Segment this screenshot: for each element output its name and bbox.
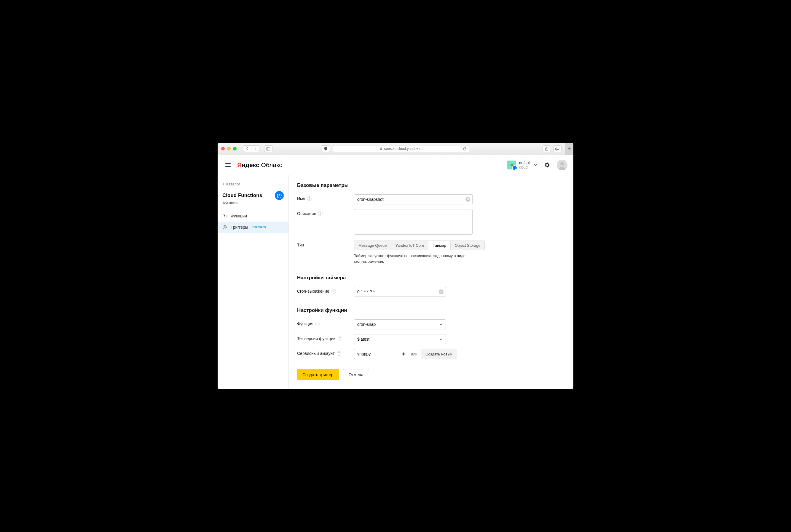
header-right: DE default cloud	[507, 160, 568, 170]
logo-y: Я	[237, 162, 242, 168]
chevron-down-icon	[439, 338, 443, 340]
window-controls	[221, 147, 237, 151]
org-switcher[interactable]: DE default cloud	[507, 160, 537, 169]
app-header: Яндекс Облако DE default cloud	[218, 155, 573, 175]
create-service-account-button[interactable]: Создать новый	[421, 349, 457, 359]
sa-value: snappy	[357, 352, 371, 356]
url-text: console.cloud.yandex.ru	[384, 147, 422, 151]
section-timer-title: Настройки таймера	[297, 275, 565, 281]
row-tag: Тег версии функции ? $latest	[297, 334, 565, 344]
address-bar-group: console.cloud.yandex.ru	[322, 145, 469, 152]
type-ctrl: Message Queue Yandex IoT Core Таймер Obj…	[354, 241, 485, 265]
tab-iot-core[interactable]: Yandex IoT Core	[391, 241, 428, 250]
address-bar[interactable]: console.cloud.yandex.ru	[333, 145, 469, 152]
service-account-select[interactable]: snappy	[354, 349, 407, 359]
description-input[interactable]	[354, 209, 473, 234]
sa-ctrl: snappy или Создать новый	[354, 349, 457, 359]
browser-window: console.cloud.yandex.ru + Яндекс Облако	[218, 143, 573, 390]
logo[interactable]: Яндекс Облако	[237, 162, 282, 169]
row-service-account: Сервисный аккаунт ? snappy или Создать н…	[297, 349, 565, 359]
clear-name-button[interactable]: ✕	[465, 197, 470, 202]
function-select[interactable]: cron-snap	[354, 319, 446, 329]
name-input[interactable]	[354, 194, 473, 204]
avatar[interactable]	[557, 160, 568, 170]
cron-input[interactable]	[354, 287, 446, 297]
name-label: Имя	[297, 196, 305, 201]
tabs-button[interactable]	[553, 146, 562, 152]
help-icon[interactable]: ?	[331, 289, 336, 293]
desc-label-wrap: Описание ?	[297, 209, 354, 216]
settings-button[interactable]	[544, 162, 550, 168]
function-label-wrap: Функция ?	[297, 319, 354, 326]
row-function: Функция ? cron-snap	[297, 319, 565, 329]
chrome-right-buttons	[542, 146, 562, 152]
tag-label: Тег версии функции	[297, 336, 336, 341]
tag-select[interactable]: $latest	[354, 334, 446, 344]
clear-cron-button[interactable]: ✕	[439, 289, 443, 294]
cron-label-wrap: Cron-выражение ?	[297, 287, 354, 293]
back-button[interactable]	[243, 146, 252, 152]
breadcrumb-back[interactable]: Каталог	[218, 181, 289, 188]
row-cron: Cron-выражение ? ✕	[297, 287, 565, 297]
preview-badge: PREVIEW	[252, 225, 266, 229]
row-name: Имя ? ✕	[297, 194, 565, 204]
sidebar-item-label: Триггеры	[231, 225, 248, 230]
menu-button[interactable]	[223, 160, 233, 169]
section-function-title: Настройки функции	[297, 307, 565, 314]
breadcrumb-label: Каталог	[226, 182, 240, 186]
svg-point-7	[560, 162, 564, 166]
tab-object-storage[interactable]: Object Storage	[450, 241, 485, 250]
sidebar-item-functions[interactable]: {ƒ} Функции	[218, 210, 289, 222]
triggers-icon	[222, 225, 227, 230]
help-icon[interactable]: ?	[338, 337, 342, 341]
org-sub: cloud	[519, 165, 531, 169]
logo-andex: ндекс	[242, 162, 259, 168]
type-label: Тип	[297, 243, 304, 247]
tag-value: $latest	[357, 337, 369, 342]
function-value: cron-snap	[357, 322, 375, 327]
org-badge-text: DE	[509, 163, 514, 167]
minimize-window-button[interactable]	[227, 147, 231, 151]
help-icon[interactable]: ?	[318, 211, 323, 216]
tag-ctrl: $latest	[354, 334, 446, 344]
section-basic-title: Базовые параметры	[297, 183, 565, 188]
new-tab-button[interactable]: +	[565, 143, 573, 155]
cancel-button[interactable]: Отмена	[343, 369, 369, 380]
privacy-button[interactable]	[322, 146, 330, 152]
maximize-window-button[interactable]	[233, 147, 237, 151]
function-label: Функция	[297, 321, 313, 326]
sa-label-wrap: Сервисный аккаунт ?	[297, 349, 354, 356]
svg-rect-0	[266, 147, 270, 150]
sidebar-item-triggers[interactable]: Триггеры PREVIEW	[218, 222, 289, 233]
share-button[interactable]	[542, 146, 551, 152]
sidebar-toggle-button[interactable]	[264, 146, 273, 152]
tab-timer[interactable]: Таймер	[428, 241, 450, 250]
svg-point-9	[223, 225, 226, 229]
forward-button[interactable]	[251, 146, 259, 152]
type-tabs: Message Queue Yandex IoT Core Таймер Obj…	[354, 241, 485, 250]
create-trigger-button[interactable]: Создать триггер	[297, 369, 339, 380]
description-label: Описание	[297, 211, 316, 216]
help-icon[interactable]: ?	[337, 351, 341, 356]
reload-icon[interactable]	[463, 147, 467, 151]
help-icon[interactable]: ?	[315, 322, 320, 326]
lock-icon	[380, 147, 383, 151]
sidebar: Каталог Cloud Functions {ƒ} Функции {ƒ} …	[218, 175, 289, 390]
svg-point-10	[224, 226, 225, 228]
main-content: Базовые параметры Имя ? ✕ Описание ?	[289, 175, 573, 390]
help-icon[interactable]: ?	[307, 196, 312, 201]
cron-input-wrap: ✕	[354, 287, 446, 297]
type-label-wrap: Тип	[297, 241, 354, 247]
type-hint: Таймер запускает функцию по расписанию, …	[354, 253, 473, 265]
app-body: Каталог Cloud Functions {ƒ} Функции {ƒ} …	[218, 175, 573, 390]
browser-chrome: console.cloud.yandex.ru +	[218, 143, 573, 155]
org-badge: DE	[507, 160, 516, 169]
service-icon[interactable]: {ƒ}	[275, 191, 284, 200]
tab-message-queue[interactable]: Message Queue	[354, 241, 391, 250]
close-window-button[interactable]	[221, 147, 225, 151]
function-ctrl: cron-snap	[354, 319, 446, 329]
chevron-left-icon	[222, 183, 224, 186]
service-title: Cloud Functions	[222, 192, 262, 198]
row-type: Тип Message Queue Yandex IoT Core Таймер…	[297, 241, 565, 265]
nav-buttons	[243, 146, 259, 152]
